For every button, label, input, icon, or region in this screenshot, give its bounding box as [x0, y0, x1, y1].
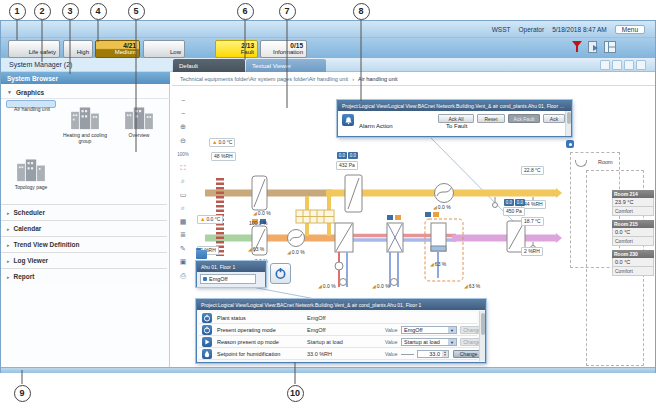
ack-fault-button[interactable]: Ack Fault [508, 114, 540, 123]
actuator-icon: ◢ [464, 283, 468, 289]
plant-status-field[interactable]: EmgOff [200, 274, 256, 284]
tile-air-handling-unit[interactable]: Air handling unit [6, 100, 56, 108]
operation-popup-scrollbar[interactable] [479, 311, 485, 361]
plant-popup: Ahu 01, Floor 1 EmgOff [196, 261, 266, 287]
tile-overview[interactable]: Overview [114, 100, 164, 148]
layout-button-1[interactable] [600, 60, 610, 70]
zoom-out-icon[interactable]: ⊖ [176, 135, 190, 147]
reason-select[interactable]: Startup at load ▼ [401, 338, 457, 346]
collapse-icon[interactable]: − [176, 94, 190, 106]
sensor-value-label: ▲0.0 °C [209, 138, 235, 147]
tab-textual-viewer[interactable]: Textual Viewer [246, 59, 326, 72]
system-browser-header[interactable]: System Browser [1, 72, 170, 84]
zoom-in-icon[interactable]: ⊕ [176, 121, 190, 133]
low-alarm-button[interactable]: Low [143, 40, 185, 58]
layout-button-2[interactable] [612, 60, 622, 70]
sidebar-item-log-viewer[interactable]: ▸ Log Viewer [1, 252, 167, 268]
spinner-arrows-icon[interactable]: ▲▼ [442, 351, 448, 357]
building-icon [123, 104, 155, 130]
sidebar-item-calendar[interactable]: ▸ Calendar [1, 220, 167, 236]
chevron-right-icon: ▸ [7, 210, 10, 216]
high-alarm-button[interactable]: High [63, 40, 93, 58]
callout-4: 4 [90, 3, 107, 20]
fit-view-icon[interactable]: ⛶ [176, 162, 190, 174]
sensor-value-label: 18.7 °C [521, 217, 544, 226]
client-name: WSST [492, 26, 511, 33]
scrollbar-thumb[interactable] [481, 313, 485, 335]
grid-icon[interactable]: ▦ [176, 216, 190, 228]
plant-power-button[interactable] [270, 263, 291, 284]
sidebar-item-trend-view-definition[interactable]: ▸ Trend View Definition [1, 236, 167, 252]
breadcrumb-path[interactable]: Technical equipments folder\Air system p… [180, 76, 348, 82]
filter-icon[interactable] [572, 41, 583, 53]
trend-icon[interactable] [566, 140, 574, 148]
sidebar-item-scheduler[interactable]: ▸ Scheduler [1, 204, 167, 220]
actuator-icon: ◢ [253, 210, 257, 216]
room-card[interactable]: Room 215 0.0 °C Comfort [612, 220, 654, 246]
ack-button[interactable]: Ack [543, 114, 565, 123]
magnifier-icon[interactable]: ⌕ [176, 202, 190, 214]
chevron-right-icon: ▸ [7, 274, 10, 280]
actuator-icon: ◢ [248, 246, 252, 252]
power-icon [202, 313, 212, 323]
callout-6: 6 [237, 3, 254, 20]
scrollbar-thumb[interactable] [567, 112, 571, 124]
property-row: Setpoint for humidification 33.0 %RH Val… [199, 348, 477, 360]
room-card[interactable]: Room 230 0.0 °C Comfort [612, 250, 654, 276]
play-icon [202, 337, 212, 347]
graphics-section-header[interactable]: ▼ Graphics [1, 86, 170, 99]
print-icon[interactable]: ⎙ [176, 270, 190, 282]
sensor-value-label: 100.0 % [249, 220, 267, 226]
humidity-icon [202, 349, 212, 359]
sidebar-item-report[interactable]: ▸ Report [1, 268, 167, 284]
zoom-level[interactable]: 100% [176, 148, 190, 160]
chevron-right-icon: ▸ [7, 226, 10, 232]
medium-alarm-button[interactable]: 4/21 Medium [95, 40, 140, 58]
tile-topology-page[interactable]: Topology page [6, 152, 56, 200]
tab-default[interactable]: Default [173, 59, 245, 72]
callout-8: 8 [353, 3, 370, 20]
slider-track[interactable] [401, 354, 414, 355]
layout-button-3[interactable] [624, 60, 634, 70]
title-bar: WSST Operator 5/18/2018 8:47 AM Menu [1, 21, 655, 38]
alarm-popup-title[interactable]: Project:Logical View/Logical View:BACnet… [338, 101, 571, 111]
life-safety-button[interactable]: Life safety [8, 40, 60, 58]
sensor-value-label: 450 Pa [503, 207, 525, 216]
setpoint-spinner[interactable]: 33.0 ▲▼ [417, 350, 449, 358]
actuator-icon: ◢ [430, 261, 434, 267]
zoom-selection-icon[interactable]: ⌕ [176, 175, 190, 187]
layers-icon[interactable]: ≣ [176, 229, 190, 241]
callout-3: 3 [62, 3, 79, 20]
edit-icon[interactable]: ✎ [176, 243, 190, 255]
menu-button[interactable]: Menu [615, 25, 645, 34]
pan-icon[interactable]: ▭ [176, 189, 190, 201]
sensor-value-label: ▲0.0 °C [197, 215, 223, 224]
callout-10: 10 [287, 385, 304, 402]
export-icon[interactable] [588, 41, 599, 53]
chevron-right-icon: ▸ [7, 258, 10, 264]
reset-button[interactable]: Reset [477, 114, 505, 123]
building-icon [69, 104, 101, 130]
breadcrumb-separator: › [352, 76, 354, 82]
information-alarm-button[interactable]: 0/15 Information [260, 40, 307, 58]
system-manager-title: System Manager (2) [1, 58, 172, 72]
select-icon[interactable]: ▣ [176, 256, 190, 268]
layout-pane-icon[interactable] [604, 41, 616, 53]
folder-icon[interactable] [196, 250, 207, 259]
layout-button-4[interactable] [636, 60, 646, 70]
tile-heating-cooling-group[interactable]: Heating and cooling group [60, 100, 110, 148]
operation-popup-title[interactable]: Project:Logical View/Logical View:BACnet… [197, 300, 485, 310]
alarm-action-value: To Fault [446, 123, 467, 129]
fault-alarm-button[interactable]: 2/13 Fault [215, 40, 258, 58]
plant-popup-title[interactable]: Ahu 01, Floor 1 [197, 262, 265, 272]
ack-all-button[interactable]: Ack All [438, 114, 474, 123]
actuator-icon: ◢ [318, 283, 322, 289]
operating-mode-select[interactable]: EmgOff ▼ [401, 326, 457, 334]
alarm-popup-scrollbar[interactable] [565, 111, 571, 136]
room-card[interactable]: Room 214 23.9 °C Comfort [612, 190, 654, 216]
breadcrumb-current: Air handling unit [358, 76, 397, 82]
power-icon [274, 267, 287, 280]
collapse-icon[interactable]: − [176, 108, 190, 120]
sensor-value-label: ◢0.0 % [287, 249, 305, 255]
chevron-down-icon: ▼ [448, 339, 456, 345]
